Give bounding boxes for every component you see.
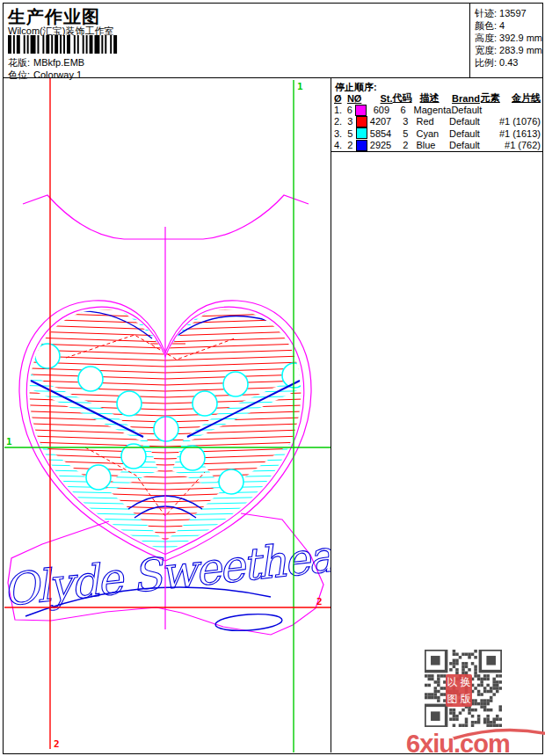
table-row: 4.229252BlueDefault#1 (762) (331, 140, 542, 151)
marker-end-bottom: 2 (54, 738, 60, 750)
watermark-text: 6xiu.com (406, 730, 510, 756)
table-cell: 2. (331, 116, 347, 127)
table-row: 2.342073RedDefault#1 (1076) (331, 116, 542, 127)
table-header-row: Ø NØ St. 代码 描述 Brand 元素 金片线 (331, 92, 542, 104)
marker-end-right: 2 (316, 596, 323, 607)
production-worksheet: { "header": { "title": "生产作业图", "subtitl… (0, 0, 545, 756)
table-cell: Red (408, 116, 449, 127)
stat-width: 宽度:283.9 mm (475, 44, 542, 56)
header: 生产作业图 Wilcom(汇宝)装饰工作室 花版:MBkfp.EMB 色位:Co… (4, 4, 542, 78)
design-stats: 针迹:13597 颜色:4 高度:392.9 mm 宽度:283.9 mm 比例… (475, 7, 542, 69)
table-cell: Default (449, 140, 480, 150)
color-swatch (356, 116, 367, 127)
stop-table: Ø NØ St. 代码 描述 Brand 元素 金片线 1.66096Magen… (331, 92, 542, 151)
barcode (8, 35, 124, 54)
table-row: 1.66096MagentaDefault (331, 104, 542, 115)
table-cell: 6 (389, 105, 406, 115)
table-cell: 3. (331, 128, 347, 139)
stamp-char: 换 (461, 677, 471, 687)
table-cell: Default (449, 116, 480, 127)
table-cell: Default (451, 105, 482, 115)
table-cell: 5 (347, 128, 356, 139)
table-cell: 5 (391, 128, 408, 139)
table-cell: 4207 (369, 116, 391, 127)
marker-start-top: 1 (297, 81, 303, 92)
design-canvas: Olyde Sweetheart 1 1 2 2 (4, 78, 331, 752)
table-cell: #1 (1076) (498, 116, 542, 127)
col-stitches: St. (371, 93, 393, 104)
col-sequin: 金片线 (500, 91, 542, 105)
stat-colors: 颜色:4 (475, 19, 542, 32)
col-needle: NØ (347, 93, 359, 104)
table-cell: Default (449, 128, 480, 139)
color-swatch (355, 105, 367, 116)
table-cell: 3 (347, 116, 356, 127)
field-value: MBkfp.EMB (33, 57, 84, 68)
field-label: 花版: (8, 57, 30, 68)
table-cell: Blue (408, 140, 449, 150)
table-cell: Magenta (406, 105, 452, 115)
worksheet-page: 生产作业图 Wilcom(汇宝)装饰工作室 花版:MBkfp.EMB 色位:Co… (3, 3, 543, 754)
stamp-char: 以 (447, 677, 458, 687)
marker-start-left: 1 (6, 436, 12, 447)
stat-height: 高度:392.9 mm (475, 32, 542, 44)
col-description: 描述 (412, 91, 452, 105)
col-hash: Ø (331, 93, 347, 104)
table-cell: 6 (347, 105, 356, 115)
table-cell: 2 (347, 140, 356, 150)
design-svg: Olyde Sweetheart 1 1 2 2 (4, 78, 331, 752)
table-cell: 2 (391, 140, 408, 150)
table-cell: #1 (1613) (498, 128, 542, 139)
table-row: 3.558545CyanDefault#1 (1613) (331, 127, 542, 139)
table-bottom-border (331, 151, 542, 152)
table-cell: #1 (762) (498, 140, 542, 150)
col-code: 代码 (393, 91, 412, 105)
table-cell: Cyan (408, 128, 449, 139)
stat-stitches: 针迹:13597 (475, 7, 542, 19)
stat-scale: 比例:0.43 (475, 56, 542, 69)
color-swatch (356, 127, 367, 139)
table-cell: 4. (331, 140, 347, 150)
col-brand: Brand (452, 93, 481, 104)
table-cell: 1. (331, 105, 347, 115)
table-cell: 5854 (369, 128, 391, 139)
color-swatch (356, 140, 367, 151)
stamp-char: 图 (447, 694, 458, 704)
stamp-char: 版 (461, 694, 471, 704)
col-element: 元素 (481, 91, 500, 105)
table-cell: 3 (391, 116, 408, 127)
table-cell: 2925 (369, 140, 391, 150)
red-stamp: 以 换 图 版 (446, 674, 472, 707)
field-design-file: 花版:MBkfp.EMB (8, 56, 84, 69)
header-divider (469, 4, 470, 77)
stop-table-body: 1.66096MagentaDefault2.342073RedDefault#… (331, 104, 542, 151)
table-cell: 609 (368, 105, 389, 115)
